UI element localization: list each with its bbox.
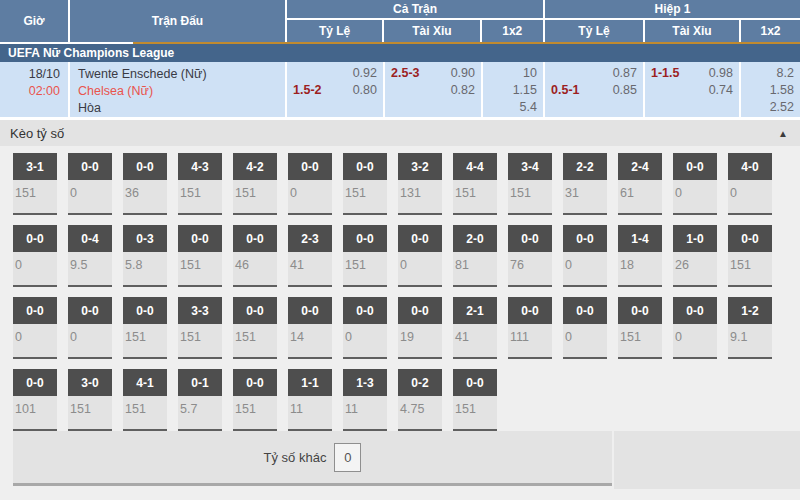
score-cell[interactable]: 0-00 [398, 225, 442, 287]
score-cell[interactable]: 0-0151 [343, 225, 387, 287]
h1-1x2-cell[interactable]: 8.2 1.58 2.52 [741, 62, 800, 117]
h1-over-under-cell[interactable]: 1-1.5 0.98 0.74 [645, 62, 741, 117]
column-header-time: Giờ [0, 0, 70, 42]
score-cell[interactable]: 3-0151 [68, 369, 112, 431]
score-odds: 151 [233, 180, 277, 200]
ft-handicap-odds-bottom[interactable]: 0.80 [353, 82, 377, 99]
score-cell[interactable]: 3-2131 [398, 153, 442, 215]
score-cell[interactable]: 1-111 [288, 369, 332, 431]
score-cell[interactable]: 0-0151 [123, 297, 167, 359]
score-cell[interactable]: 1-026 [673, 225, 717, 287]
score-cell[interactable]: 0-00 [13, 297, 57, 359]
score-label: 0-0 [123, 153, 167, 180]
score-odds: 5.8 [123, 252, 167, 272]
score-cell[interactable]: 0-00 [343, 297, 387, 359]
h1-over-odds[interactable]: 0.98 [709, 65, 733, 82]
score-cell[interactable]: 0-35.8 [123, 225, 167, 287]
column-header-ft-over-under: Tài Xỉu [384, 20, 481, 42]
score-label: 2-0 [453, 225, 497, 252]
score-cell[interactable]: 0-00 [68, 153, 112, 215]
score-cell[interactable]: 0-036 [123, 153, 167, 215]
h1-under-odds[interactable]: 0.74 [709, 82, 733, 99]
ft-handicap-cell[interactable]: 0.92 1.5-2 0.80 [287, 62, 385, 117]
score-cell[interactable]: 2-461 [618, 153, 662, 215]
score-cell[interactable]: 0-0151 [178, 225, 222, 287]
score-cell[interactable]: 4-1151 [123, 369, 167, 431]
score-cell[interactable]: 0-00 [68, 297, 112, 359]
score-odds: 0 [13, 324, 57, 344]
score-odds: 151 [233, 324, 277, 344]
score-cell[interactable]: 0-0111 [508, 297, 552, 359]
ft-handicap-odds-top[interactable]: 0.92 [353, 65, 377, 82]
score-cell[interactable]: 2-341 [288, 225, 332, 287]
score-label: 0-0 [233, 297, 277, 324]
score-cell[interactable]: 0-046 [233, 225, 277, 287]
column-group-full-match: Cả Trận Tỷ Lệ Tài Xỉu 1x2 [287, 0, 545, 42]
score-cell[interactable]: 4-2151 [233, 153, 277, 215]
score-cell[interactable]: 0-15.7 [178, 369, 222, 431]
score-cell[interactable]: 0-00 [288, 153, 332, 215]
h1-handicap-cell[interactable]: 0.87 0.5-1 0.85 [545, 62, 645, 117]
score-cell[interactable]: 2-081 [453, 225, 497, 287]
score-row: 0-01013-01514-11510-15.70-01511-1111-311… [13, 369, 800, 431]
score-cell[interactable]: 0-0151 [618, 297, 662, 359]
ft-1x2-home-odds[interactable]: 10 [489, 65, 537, 82]
score-odds: 36 [123, 180, 167, 200]
ft-1x2-draw-odds[interactable]: 5.4 [489, 99, 537, 116]
ft-1x2-away-odds[interactable]: 1.15 [489, 82, 537, 99]
score-cell[interactable]: 0-0151 [233, 369, 277, 431]
h1-1x2-draw-odds[interactable]: 2.52 [747, 99, 794, 116]
ft-under-odds[interactable]: 0.82 [451, 82, 475, 99]
correct-score-bar[interactable]: Kèo tỷ số ▲ [0, 120, 800, 146]
score-cell[interactable]: 3-3151 [178, 297, 222, 359]
score-label: 1-1 [288, 369, 332, 396]
score-cell[interactable]: 0-00 [673, 297, 717, 359]
h1-handicap-line: 0.5-1 [551, 82, 580, 99]
score-cell[interactable]: 2-141 [453, 297, 497, 359]
ft-over-under-cell[interactable]: 2.5-3 0.90 0.82 [385, 62, 483, 117]
score-cell[interactable]: 0-24.75 [398, 369, 442, 431]
score-cell[interactable]: 0-00 [563, 297, 607, 359]
score-cell[interactable]: 1-418 [618, 225, 662, 287]
match-date: 18/10 [0, 66, 60, 83]
score-odds: 0 [673, 180, 717, 200]
ft-over-odds[interactable]: 0.90 [451, 65, 475, 82]
score-cell[interactable]: 3-1151 [13, 153, 57, 215]
score-cell[interactable]: 3-4151 [508, 153, 552, 215]
score-cell[interactable]: 0-0151 [728, 225, 772, 287]
score-label: 0-0 [343, 297, 387, 324]
score-cell[interactable]: 4-00 [728, 153, 772, 215]
score-odds: 76 [508, 252, 552, 272]
score-label: 0-0 [288, 297, 332, 324]
score-odds: 0 [68, 180, 112, 200]
h1-1x2-home-odds[interactable]: 8.2 [747, 65, 794, 82]
score-cell[interactable]: 0-0101 [13, 369, 57, 431]
h1-1x2-away-odds[interactable]: 1.58 [747, 82, 794, 99]
score-cell[interactable]: 0-0151 [453, 369, 497, 431]
group-header-first-half: Hiệp 1 [545, 0, 800, 20]
score-cell[interactable]: 0-00 [563, 225, 607, 287]
score-odds: 111 [508, 324, 552, 344]
score-label: 3-0 [68, 369, 112, 396]
score-cell[interactable]: 1-29.1 [728, 297, 772, 359]
score-cell[interactable]: 0-0151 [233, 297, 277, 359]
score-cell[interactable]: 4-3151 [178, 153, 222, 215]
score-cell[interactable]: 2-231 [563, 153, 607, 215]
collapse-arrow-icon[interactable]: ▲ [778, 128, 788, 139]
score-odds: 151 [13, 180, 57, 200]
score-label: 0-1 [178, 369, 222, 396]
score-cell[interactable]: 0-014 [288, 297, 332, 359]
score-cell[interactable]: 1-311 [343, 369, 387, 431]
other-score-value-box[interactable]: 0 [334, 443, 361, 472]
score-cell[interactable]: 0-00 [673, 153, 717, 215]
h1-handicap-odds-top[interactable]: 0.87 [613, 65, 637, 82]
h1-handicap-odds-bottom[interactable]: 0.85 [613, 82, 637, 99]
score-odds: 41 [453, 324, 497, 344]
score-cell[interactable]: 0-00 [13, 225, 57, 287]
score-cell[interactable]: 4-4151 [453, 153, 497, 215]
score-cell[interactable]: 0-49.5 [68, 225, 112, 287]
score-cell[interactable]: 0-019 [398, 297, 442, 359]
score-cell[interactable]: 0-0151 [343, 153, 387, 215]
ft-1x2-cell[interactable]: 10 1.15 5.4 [483, 62, 545, 117]
score-cell[interactable]: 0-076 [508, 225, 552, 287]
